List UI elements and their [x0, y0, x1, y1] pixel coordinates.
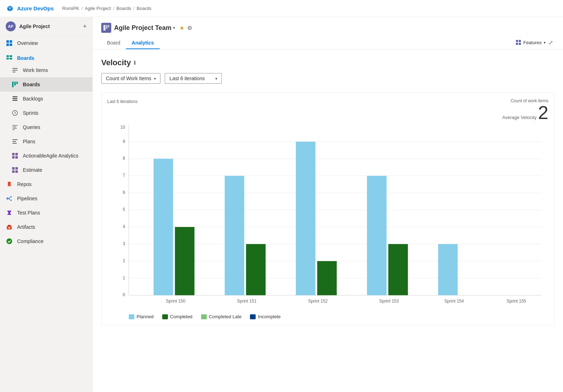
sidebar-item-estimate[interactable]: Estimate [0, 163, 92, 177]
sidebar-label-boards: Boards [23, 82, 40, 87]
tab-analytics[interactable]: Analytics [126, 37, 159, 49]
azure-devops-logo-icon [6, 4, 14, 13]
svg-rect-42 [519, 43, 521, 45]
svg-rect-15 [12, 98, 17, 99]
svg-rect-33 [8, 225, 11, 226]
chart-legend: Planned Completed Completed Late Incompl… [107, 314, 548, 319]
sidebar-label-estimate: Estimate [23, 167, 42, 173]
sidebar-item-plans[interactable]: Plans [0, 134, 92, 149]
average-velocity-label: Average Velocity [502, 115, 537, 120]
svg-rect-23 [12, 156, 15, 159]
add-project-button[interactable]: + [83, 23, 87, 30]
breadcrumb-sep-3: / [133, 6, 135, 11]
sidebar-item-overview[interactable]: Overview [0, 36, 92, 50]
svg-rect-12 [14, 82, 16, 86]
person-settings-icon[interactable]: ⚙ [187, 25, 192, 31]
bar-sprint150-planned [154, 159, 173, 295]
svg-rect-16 [12, 100, 17, 101]
topbar: Azure DevOps RomiPK / Agile Project / Bo… [0, 0, 563, 17]
sidebar-item-work-items[interactable]: Work Items [0, 63, 92, 77]
iteration-filter-dropdown[interactable]: Last 6 iterations ▾ [165, 73, 222, 84]
actionable-agile-icon [11, 152, 19, 159]
svg-rect-21 [12, 153, 15, 155]
svg-rect-10 [12, 72, 15, 72]
sidebar-item-boards[interactable]: Boards [0, 77, 92, 92]
svg-rect-18 [12, 139, 17, 140]
bar-sprint151-planned [225, 176, 244, 295]
app-logo[interactable]: Azure DevOps [6, 4, 54, 13]
favorite-icon[interactable]: ★ [179, 25, 184, 31]
svg-point-29 [6, 197, 9, 200]
header-actions: Features ▾ ⤢ [160, 37, 554, 49]
svg-text:Sprint 153: Sprint 153 [379, 299, 399, 304]
app-name: Azure DevOps [17, 5, 54, 11]
breadcrumb-romipk[interactable]: RomiPK [62, 6, 80, 11]
svg-text:9: 9 [123, 139, 125, 144]
features-icon [516, 40, 521, 45]
project-name: Agile Project [19, 24, 50, 29]
sidebar-item-sprints[interactable]: Sprints [0, 106, 92, 120]
breadcrumb-agile-project[interactable]: Agile Project [85, 6, 111, 11]
sidebar-label-artifacts: Artifacts [17, 224, 35, 230]
features-button[interactable]: Features ▾ [516, 40, 546, 45]
bar-sprint154-planned [438, 244, 458, 295]
sidebar-item-repos[interactable]: Repos [0, 177, 92, 191]
svg-text:Sprint 152: Sprint 152 [308, 299, 328, 304]
sidebar-item-backlogs[interactable]: Backlogs [0, 92, 92, 106]
sidebar-section-boards: Boards [0, 50, 92, 63]
breadcrumb-boards-1[interactable]: Boards [116, 6, 131, 11]
svg-rect-27 [12, 170, 15, 173]
sidebar-label-test-plans: Test Plans [17, 210, 40, 216]
tab-board[interactable]: Board [101, 37, 126, 49]
sidebar-item-test-plans[interactable]: Test Plans [0, 206, 92, 220]
sidebar-item-actionable-agile[interactable]: ActionableAgile Analytics [0, 149, 92, 163]
breadcrumb: RomiPK / Agile Project / Boards / Boards [62, 6, 152, 11]
metric-filter-dropdown[interactable]: Count of Work Items ▾ [101, 73, 160, 84]
sidebar-label-plans: Plans [23, 139, 35, 144]
chart-label-right: Count of work items Average Velocity 2 [502, 98, 548, 122]
bar-sprint153-planned [367, 176, 387, 295]
info-icon[interactable]: ℹ [134, 60, 135, 66]
sidebar-header-left: AP Agile Project [6, 21, 50, 31]
overview-icon [6, 40, 13, 47]
sidebar-item-artifacts[interactable]: Artifacts [0, 220, 92, 234]
filter-row: Count of Work Items ▾ Last 6 iterations … [101, 73, 554, 84]
sidebar: AP Agile Project + Overview Boards [0, 17, 93, 392]
breadcrumb-boards-2[interactable]: Boards [137, 6, 151, 11]
velocity-bar-chart: 0 1 2 3 4 5 6 7 8 9 10 [107, 125, 548, 310]
work-items-icon [11, 67, 19, 74]
repos-icon [6, 181, 13, 188]
completed-late-swatch [201, 314, 207, 319]
breadcrumb-sep-2: / [113, 6, 114, 11]
main-layout: AP Agile Project + Overview Boards [0, 17, 563, 392]
expand-icon[interactable]: ⤢ [548, 39, 553, 46]
svg-rect-8 [12, 68, 17, 69]
artifacts-icon [6, 223, 13, 231]
sidebar-label-sprints: Sprints [23, 110, 39, 116]
velocity-heading: Velocity [101, 58, 131, 67]
team-name-button[interactable]: Agile Project Team ▾ [114, 24, 175, 32]
test-plans-icon [6, 209, 13, 216]
svg-rect-37 [106, 25, 107, 29]
team-board-icon [103, 24, 110, 31]
sidebar-item-compliance[interactable]: Compliance [0, 234, 92, 248]
chart-label-left: Last 6 iterations [107, 98, 138, 104]
completed-late-label: Completed Late [209, 314, 242, 319]
bar-sprint153-completed [388, 244, 408, 295]
estimate-icon [11, 166, 19, 174]
metric-filter-label: Count of Work Items [106, 76, 151, 81]
svg-point-30 [10, 196, 12, 197]
svg-rect-2 [6, 43, 9, 46]
chart-header: Last 6 iterations Count of work items Av… [107, 98, 548, 122]
sidebar-item-queries[interactable]: Queries [0, 120, 92, 134]
content-header: Agile Project Team ▾ ★ ⚙ Board Analytics [93, 17, 563, 50]
sidebar-header: AP Agile Project + [0, 17, 92, 36]
svg-text:5: 5 [123, 207, 125, 212]
svg-text:1: 1 [123, 275, 125, 280]
bar-sprint150-completed [175, 227, 195, 295]
svg-rect-0 [6, 40, 9, 43]
sidebar-item-pipelines[interactable]: Pipelines [0, 191, 92, 206]
features-label: Features [523, 40, 542, 45]
svg-text:4: 4 [123, 224, 125, 229]
plans-icon [11, 138, 19, 145]
